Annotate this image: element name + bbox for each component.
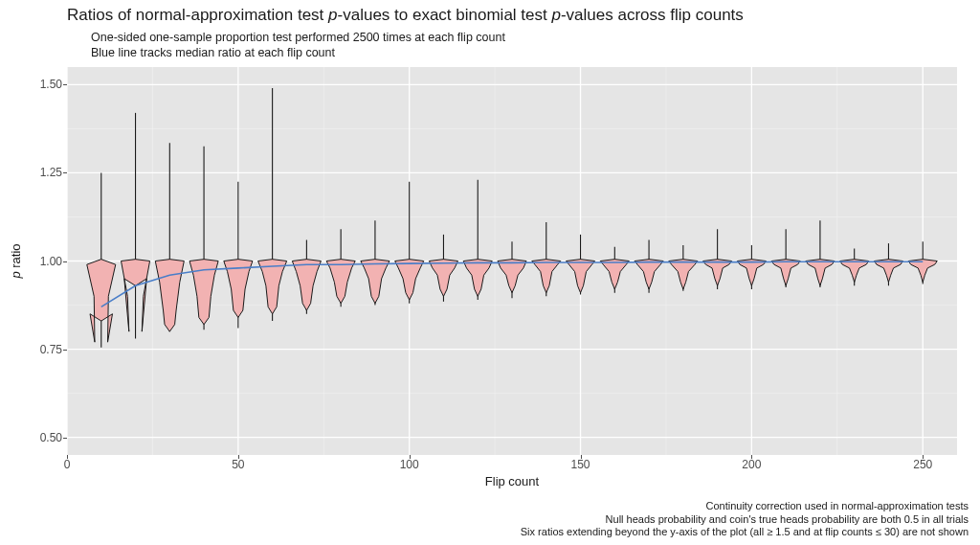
violin-body [463, 260, 492, 297]
x-tick-label: 0 [64, 458, 71, 471]
y-tick-mark [63, 84, 67, 85]
violin-body [567, 260, 595, 293]
violin-body [292, 260, 321, 310]
x-tick-mark [238, 455, 239, 459]
subtitle-line-2: Blue line tracks median ratio at each fl… [91, 46, 505, 61]
x-tick-label: 150 [571, 458, 590, 471]
chart-container: Ratios of normal-approximation test p-va… [0, 0, 980, 545]
violin-body [635, 260, 663, 289]
violin-body [771, 260, 800, 286]
y-tick-labels: 0.500.751.001.251.50 [29, 67, 62, 455]
y-tick-label: 1.50 [40, 78, 62, 91]
violin-body [155, 260, 184, 331]
chart-subtitle: One-sided one-sample proportion test per… [91, 31, 505, 60]
violin-body [361, 260, 390, 304]
y-tick-mark [63, 438, 67, 439]
x-tick-label: 50 [232, 458, 244, 471]
title-seg-1: p [328, 6, 337, 24]
caption-line-2: Null heads probability and coin's true h… [521, 513, 969, 527]
violin-body [326, 260, 355, 304]
plot-svg [67, 67, 957, 455]
x-tick-mark [67, 455, 68, 459]
x-tick-mark [751, 455, 752, 459]
violin-body [874, 260, 902, 283]
subtitle-line-1: One-sided one-sample proportion test per… [91, 31, 505, 46]
y-axis-label: p ratio [6, 67, 25, 455]
title-seg-0: Ratios of normal-approximation test [67, 6, 328, 24]
title-seg-2: -values to exact binomial test [338, 6, 552, 24]
x-tick-label: 200 [742, 458, 761, 471]
plot-panel [67, 67, 957, 455]
y-tick-label: 0.75 [40, 343, 62, 356]
ylabel-seg-0: p [9, 271, 23, 278]
violin-body [908, 260, 937, 283]
x-tick-label: 100 [400, 458, 419, 471]
violin-body [737, 260, 766, 286]
violin-body [498, 260, 526, 293]
violin-body [840, 260, 869, 283]
y-tick-label: 0.50 [40, 431, 62, 444]
title-seg-4: -values across flip counts [561, 6, 744, 24]
chart-title: Ratios of normal-approximation test p-va… [67, 6, 744, 25]
violin-body [806, 260, 835, 286]
violin-body [532, 260, 561, 293]
title-seg-3: p [551, 6, 560, 24]
caption-line-1: Continuity correction used in normal-app… [521, 500, 969, 513]
violin-body [600, 260, 629, 289]
y-tick-mark [63, 261, 67, 262]
violin-body [703, 260, 732, 286]
chart-caption: Continuity correction used in normal-app… [521, 500, 969, 539]
x-tick-labels: 050100150200250 [67, 458, 957, 475]
y-tick-mark [63, 172, 67, 173]
caption-line-3: Six ratios extending beyond the y-axis o… [521, 526, 969, 539]
violin-body [395, 260, 424, 300]
x-tick-mark [923, 455, 924, 459]
violin-body [429, 260, 457, 297]
y-tick-label: 1.25 [40, 166, 62, 179]
x-tick-mark [410, 455, 411, 459]
x-tick-label: 250 [913, 458, 932, 471]
x-tick-mark [581, 455, 582, 459]
x-axis-label: Flip count [67, 474, 957, 488]
y-tick-mark [63, 350, 67, 351]
y-tick-label: 1.00 [40, 255, 62, 268]
violin-body [669, 260, 698, 289]
ylabel-seg-1: ratio [9, 243, 23, 271]
